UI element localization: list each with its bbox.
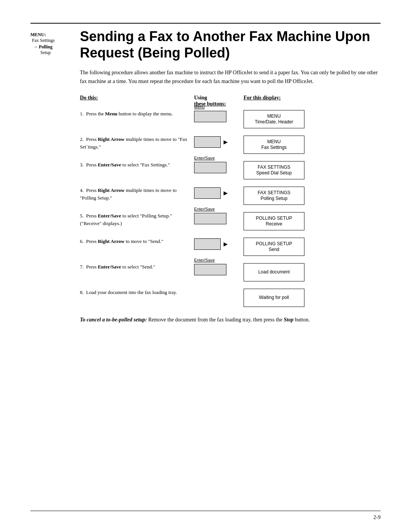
content-area: MENU: Fax Settings → Polling Setup Sendi… (30, 28, 381, 324)
display-line1-3: FAX SETTINGS (258, 165, 290, 171)
menu-button-label: Menu (194, 105, 205, 109)
step-8-display: Waiting for poll (244, 289, 381, 307)
enter-save-button-5[interactable] (194, 213, 226, 224)
sidebar-polling-setup: → Polling Setup (33, 44, 80, 56)
page-number: 2-9 (373, 514, 381, 521)
step-3-text: 3. Press Enter/Save to select "Fax Setti… (80, 161, 194, 169)
column-headers: Do this: Using these buttons: For this d… (80, 95, 381, 107)
sidebar-arrow-icon: → (33, 44, 38, 50)
intro-paragraph: The following procedure allows another f… (80, 69, 381, 86)
step-8-row: 8. Load your document into the fax loadi… (80, 289, 381, 310)
step-3-button: Enter/Save (194, 161, 244, 173)
step-7-row: 7. Press Enter/Save to select "Send." En… (80, 263, 381, 284)
step-2-text: 2. Press Right Arrow multiple times to m… (80, 136, 194, 150)
cancel-note-bold: To cancel a to-be-polled setup: (80, 317, 147, 323)
right-arrow-button-6[interactable] (194, 238, 221, 250)
step-6-display: POLLING SETUP Send (244, 238, 381, 256)
display-line1-2: MENU (267, 139, 280, 145)
step-6-text: 6. Press Right Arrow to move to "Send." (80, 238, 194, 245)
display-line1-4: FAX SETTINGS (258, 190, 290, 196)
display-line2-6: Send (269, 247, 279, 253)
step-7-button: Enter/Save (194, 263, 244, 275)
display-box-6: POLLING SETUP Send (244, 238, 304, 256)
step-3-row: 3. Press Enter/Save to select "Fax Setti… (80, 161, 381, 182)
step-5-button: Enter/Save (194, 212, 244, 224)
enter-save-button-7[interactable] (194, 264, 226, 275)
right-arrow-button-2[interactable] (194, 136, 221, 148)
sidebar-setup-label: Setup (40, 50, 53, 56)
step-1-text: 1. Press the Menu button to display the … (80, 110, 194, 118)
arrow-right-icon-6: ► (222, 240, 229, 248)
step-5-row: 5. Press Enter/Save to select "Polling S… (80, 212, 381, 233)
display-line1-7: Load document (258, 269, 290, 275)
display-box-8: Waiting for poll (244, 289, 304, 307)
display-line1-8: Waiting for poll (259, 295, 289, 301)
step-2-button: ► (194, 136, 244, 148)
step-4-display: FAX SETTINGS Polling Setup (244, 187, 381, 205)
step-4-text: 4. Press Right Arrow multiple times to m… (80, 187, 194, 201)
sidebar: MENU: Fax Settings → Polling Setup (30, 28, 80, 324)
step-7-display: Load document (244, 263, 381, 281)
display-line2-5: Receive (266, 221, 282, 227)
step-3-display: FAX SETTINGS Speed Dial Setup (244, 161, 381, 179)
step-5-display: POLLING SETUP Receive (244, 212, 381, 230)
display-line2-3: Speed Dial Setup (256, 170, 292, 176)
arrow-right-icon-4: ► (222, 189, 229, 197)
col-header-do-this: Do this: (80, 95, 194, 107)
step-2-display: MENU Fax Settings (244, 136, 381, 154)
display-line2-1: Time/Date, Header (255, 119, 293, 125)
step-1-button: Menu (194, 110, 244, 122)
main-content: Sending a Fax to Another Fax Machine Upo… (80, 28, 381, 324)
menu-button[interactable] (194, 111, 226, 122)
cancel-note: To cancel a to-be-polled setup: Remove t… (80, 316, 381, 324)
step-1-display: MENU Time/Date, Header (244, 110, 381, 128)
col-header-display: For this display: (244, 95, 381, 107)
display-box-5: POLLING SETUP Receive (244, 212, 304, 230)
enter-save-label-7: Enter/Save (194, 258, 215, 262)
display-line2-2: Fax Settings (261, 145, 287, 151)
page-title: Sending a Fax to Another Fax Machine Upo… (80, 28, 381, 61)
step-8-text: 8. Load your document into the fax loadi… (80, 289, 194, 296)
sidebar-menu-label: MENU: (30, 32, 80, 38)
display-line1-1: MENU (267, 113, 280, 120)
display-box-3: FAX SETTINGS Speed Dial Setup (244, 161, 304, 179)
right-arrow-button-4[interactable] (194, 187, 221, 199)
top-rule (30, 23, 381, 24)
step-4-button: ► (194, 187, 244, 199)
display-box-4: FAX SETTINGS Polling Setup (244, 187, 304, 205)
col-header-using: Using (194, 95, 244, 101)
step-1-row: 1. Press the Menu button to display the … (80, 110, 381, 131)
enter-save-label-3: Enter/Save (194, 156, 215, 160)
step-6-button: ► (194, 238, 244, 250)
bottom-rule (30, 511, 381, 511)
sidebar-polling-label: Polling (39, 44, 53, 50)
step-5-text: 5. Press Enter/Save to select "Polling S… (80, 212, 194, 227)
cancel-note-text: Remove the document from the fax loading… (148, 317, 310, 323)
page: MENU: Fax Settings → Polling Setup Sendi… (0, 0, 411, 532)
enter-save-button-3[interactable] (194, 162, 226, 173)
display-line1-6: POLLING SETUP (256, 241, 292, 247)
enter-save-label-5: Enter/Save (194, 207, 215, 211)
step-4-row: 4. Press Right Arrow multiple times to m… (80, 187, 381, 208)
sidebar-fax-settings: Fax Settings (32, 38, 80, 43)
arrow-right-icon-2: ► (222, 138, 229, 146)
display-box-1: MENU Time/Date, Header (244, 110, 304, 128)
display-box-2: MENU Fax Settings (244, 136, 304, 154)
step-8-button (194, 289, 244, 289)
display-line1-5: POLLING SETUP (256, 216, 292, 222)
step-7-text: 7. Press Enter/Save to select "Send." (80, 263, 194, 271)
step-6-row: 6. Press Right Arrow to move to "Send." … (80, 238, 381, 259)
display-box-7: Load document (244, 263, 304, 281)
step-2-row: 2. Press Right Arrow multiple times to m… (80, 136, 381, 157)
display-line2-4: Polling Setup (261, 196, 288, 202)
